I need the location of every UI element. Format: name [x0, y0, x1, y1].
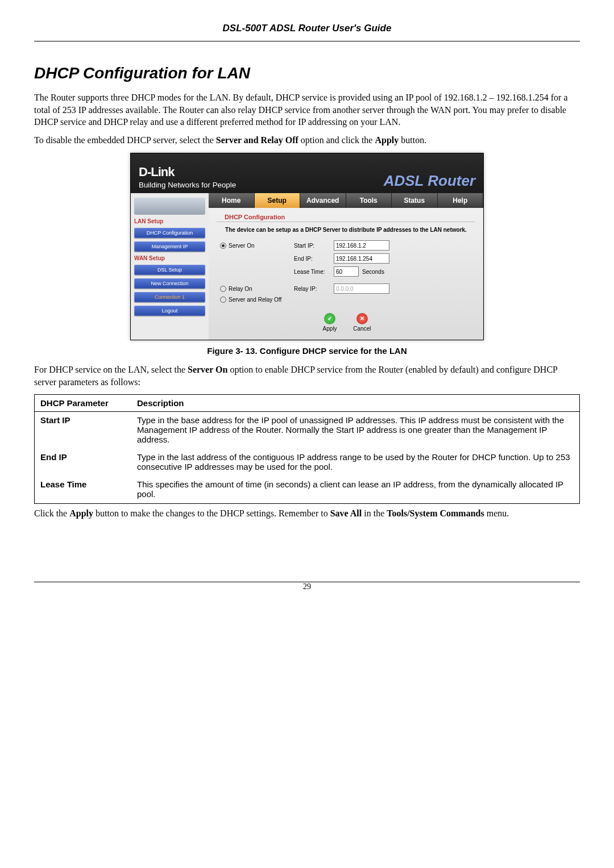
page-number: 29	[34, 582, 580, 591]
panel-heading: DHCP Configuration	[217, 208, 475, 222]
closing-paragraph: Click the Apply button to make the chang…	[34, 507, 580, 520]
sidebar-item-dsl-setup[interactable]: DSL Setup	[134, 265, 205, 275]
text: menu.	[487, 508, 509, 518]
tab-home[interactable]: Home	[209, 193, 255, 208]
router-tabs: Home Setup Advanced Tools Status Help	[209, 193, 483, 208]
tab-setup[interactable]: Setup	[255, 193, 301, 208]
radio-server-relay-off-label: Server and Relay Off	[229, 297, 281, 303]
table-row: Lease Time This specifies the amount of …	[35, 476, 579, 503]
radio-relay-on[interactable]	[220, 286, 226, 292]
sidebar-item-connection-1[interactable]: Connection 1	[134, 292, 205, 302]
label-relay-ip: Relay IP:	[294, 286, 334, 292]
sidebar-item-management-ip[interactable]: Management IP	[134, 241, 205, 252]
apply-button[interactable]: ✓ Apply	[314, 313, 345, 332]
input-end-ip[interactable]	[334, 253, 389, 264]
text-bold: Apply	[69, 508, 93, 518]
text: button.	[401, 135, 426, 145]
dlink-tagline: Building Networks for People	[139, 181, 236, 189]
label-start-ip: Start IP:	[294, 243, 334, 249]
sidebar-cat-wan: WAN Setup	[134, 255, 205, 261]
text-bold: Server On	[188, 365, 227, 374]
input-relay-ip[interactable]	[334, 283, 389, 294]
close-icon: ✕	[356, 313, 368, 324]
table-row: Start IP Type in the base address for th…	[35, 412, 579, 449]
tab-tools[interactable]: Tools	[346, 193, 392, 208]
param-desc: Type in the base address for the IP pool…	[137, 415, 574, 444]
table-row: End IP Type in the last address of the c…	[35, 449, 579, 476]
sidebar-cat-lan: LAN Setup	[134, 218, 205, 224]
router-screenshot: D-Link Building Networks for People ADSL…	[130, 153, 484, 340]
cancel-button[interactable]: ✕ Cancel	[347, 313, 377, 332]
param-name: End IP	[40, 452, 137, 471]
text-bold: Save All	[330, 508, 362, 518]
table-header-parameter: DHCP Parameter	[40, 398, 137, 408]
text: button to make the changes to the DHCP s…	[96, 508, 330, 518]
sidebar-item-dhcp-config[interactable]: DHCP Configuration	[134, 228, 205, 238]
after-figure-paragraph: For DHCP service on the LAN, select the …	[34, 364, 580, 388]
panel-note: The device can be setup as a DHCP Server…	[209, 227, 483, 237]
dlink-logo: D-Link	[139, 165, 236, 180]
router-sidebar: LAN Setup DHCP Configuration Management …	[131, 193, 209, 340]
param-desc: This specifies the amount of time (in se…	[137, 479, 574, 499]
label-end-ip: End IP:	[294, 256, 334, 262]
text: in the	[364, 508, 387, 518]
section-title: DHCP Configuration for LAN	[34, 64, 580, 82]
header-rule	[34, 41, 580, 41]
check-icon: ✓	[324, 313, 335, 324]
text-bold: Tools/System Commands	[387, 508, 484, 518]
label-lease-time: Lease Time:	[294, 269, 334, 275]
cancel-button-label: Cancel	[353, 326, 371, 332]
intro-paragraph-1: The Router supports three DHCP modes for…	[34, 91, 580, 128]
apply-button-label: Apply	[323, 326, 337, 332]
param-desc: Type in the last address of the contiguo…	[137, 452, 574, 471]
intro-paragraph-2: To disable the embedded DHCP server, sel…	[34, 134, 580, 147]
radio-relay-on-label: Relay On	[229, 286, 252, 292]
router-product-image	[134, 198, 205, 215]
sidebar-item-new-connection[interactable]: New Connection	[134, 278, 205, 289]
dhcp-parameter-table: DHCP Parameter Description Start IP Type…	[34, 394, 580, 504]
text: To disable the embedded DHCP server, sel…	[34, 135, 216, 145]
router-brand: ADSL Router	[384, 172, 475, 190]
table-header-description: Description	[137, 398, 574, 408]
sidebar-item-logout[interactable]: Logout	[134, 306, 205, 316]
tab-status[interactable]: Status	[392, 193, 438, 208]
text-bold: Server and Relay Off	[216, 135, 298, 145]
param-name: Start IP	[40, 415, 137, 444]
text: Click the	[34, 508, 69, 518]
doc-header: DSL-500T ADSL Router User's Guide	[34, 23, 580, 36]
label-lease-unit: Seconds	[362, 269, 384, 275]
text-bold: Apply	[375, 135, 399, 145]
text: option and click the	[301, 135, 375, 145]
radio-server-relay-off[interactable]	[220, 297, 226, 303]
figure-caption: Figure 3- 13. Configure DHCP service for…	[34, 346, 580, 356]
tab-help[interactable]: Help	[438, 193, 484, 208]
input-lease-time[interactable]	[334, 266, 359, 277]
param-name: Lease Time	[40, 479, 137, 499]
radio-server-on-label: Server On	[229, 243, 255, 249]
tab-advanced[interactable]: Advanced	[300, 193, 346, 208]
text: For DHCP service on the LAN, select the	[34, 365, 188, 374]
input-start-ip[interactable]	[334, 240, 389, 251]
radio-server-on[interactable]	[220, 243, 226, 249]
